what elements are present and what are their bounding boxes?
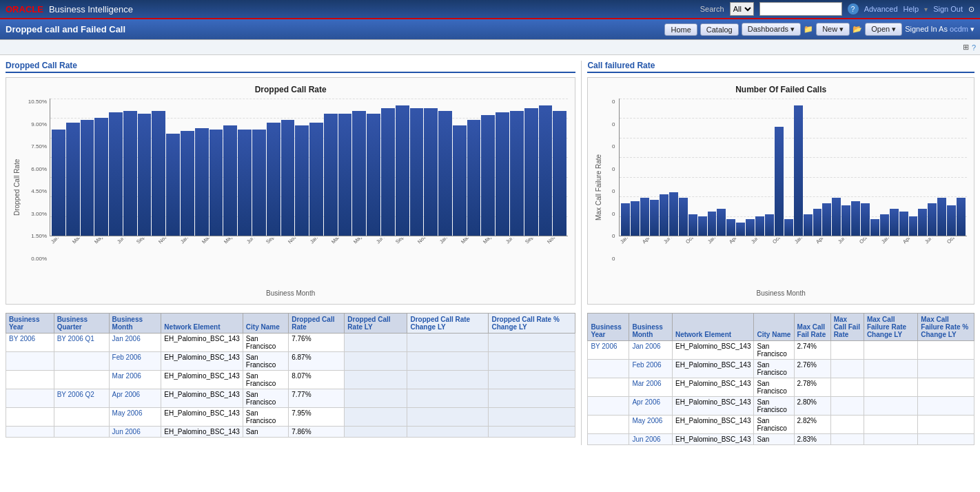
home-button[interactable]: Home bbox=[664, 23, 697, 36]
table-link[interactable]: BY 2006 bbox=[591, 342, 617, 350]
dropped-call-bar[interactable] bbox=[166, 134, 180, 236]
failed-call-bar[interactable] bbox=[726, 219, 735, 236]
help-link[interactable]: Help bbox=[904, 5, 919, 13]
dropped-call-bar[interactable] bbox=[309, 123, 323, 236]
dropped-call-bar[interactable] bbox=[524, 108, 538, 236]
failed-call-bar[interactable] bbox=[688, 214, 697, 236]
dropped-call-bar[interactable] bbox=[338, 114, 352, 236]
failed-call-bar[interactable] bbox=[650, 200, 659, 236]
failed-call-bar[interactable] bbox=[679, 198, 688, 236]
dropped-call-bar[interactable] bbox=[396, 105, 409, 236]
failed-call-bar[interactable] bbox=[909, 216, 918, 236]
table-link[interactable]: May 2006 bbox=[632, 417, 662, 424]
dropped-call-bar[interactable] bbox=[223, 125, 237, 236]
dropped-call-bar[interactable] bbox=[481, 115, 495, 236]
failed-call-bar[interactable] bbox=[880, 214, 889, 236]
dropped-call-bar[interactable] bbox=[152, 111, 165, 236]
failed-call-bar[interactable] bbox=[813, 209, 822, 236]
failed-call-bar[interactable] bbox=[640, 198, 649, 236]
dropped-call-bar[interactable] bbox=[281, 120, 295, 236]
failed-call-bar[interactable] bbox=[794, 105, 803, 236]
failed-call-bar[interactable] bbox=[765, 214, 774, 236]
table-link[interactable]: Jun 2006 bbox=[632, 435, 660, 443]
table-link[interactable]: Jan 2006 bbox=[632, 342, 660, 350]
failed-call-bar[interactable] bbox=[861, 203, 870, 236]
table-link[interactable]: Mar 2006 bbox=[632, 380, 661, 387]
failed-call-bar[interactable] bbox=[621, 203, 630, 236]
failed-call-bar[interactable] bbox=[899, 212, 908, 236]
dropped-call-bar[interactable] bbox=[52, 130, 65, 236]
failed-call-bar[interactable] bbox=[937, 198, 946, 236]
dropped-call-bar[interactable] bbox=[510, 111, 524, 236]
catalog-button[interactable]: Catalog bbox=[700, 23, 739, 36]
search-select[interactable]: All bbox=[730, 2, 754, 16]
signout-link[interactable]: Sign Out bbox=[933, 5, 963, 13]
failed-call-bar[interactable] bbox=[890, 209, 899, 236]
table-link[interactable]: Mar 2006 bbox=[112, 372, 141, 380]
dropped-call-bar[interactable] bbox=[94, 118, 108, 236]
dropped-call-bar[interactable] bbox=[496, 112, 509, 236]
dropped-call-bar[interactable] bbox=[109, 112, 123, 236]
dropped-call-bar[interactable] bbox=[210, 130, 223, 236]
grid-icon[interactable]: ⊞ bbox=[963, 43, 969, 52]
dropped-call-bar[interactable] bbox=[352, 111, 366, 236]
dropped-call-bar[interactable] bbox=[252, 130, 266, 236]
table-link[interactable]: Feb 2006 bbox=[112, 353, 141, 361]
failed-call-bar[interactable] bbox=[918, 209, 927, 236]
table-link[interactable]: May 2006 bbox=[112, 409, 143, 417]
dropped-call-bar[interactable] bbox=[324, 114, 338, 236]
dropped-call-bar[interactable] bbox=[138, 114, 152, 236]
failed-call-bar[interactable] bbox=[804, 214, 813, 236]
failed-call-bar[interactable] bbox=[947, 205, 956, 236]
failed-call-bar[interactable] bbox=[928, 203, 937, 236]
failed-call-bar[interactable] bbox=[717, 209, 726, 236]
dropped-call-bar[interactable] bbox=[410, 108, 424, 236]
table-link[interactable]: Apr 2006 bbox=[632, 398, 660, 406]
dropped-call-bar[interactable] bbox=[123, 111, 137, 236]
failed-call-bar[interactable] bbox=[736, 223, 745, 236]
username-link[interactable]: ocdm bbox=[950, 25, 968, 33]
dropped-call-bar[interactable] bbox=[267, 123, 280, 236]
table-link[interactable]: BY 2006 Q2 bbox=[57, 391, 94, 398]
dropped-call-bar[interactable] bbox=[238, 130, 252, 236]
failed-call-bar[interactable] bbox=[660, 194, 668, 236]
dropped-call-bar[interactable] bbox=[381, 108, 395, 236]
table-link[interactable]: BY 2006 Q1 bbox=[57, 335, 94, 342]
failed-call-bar[interactable] bbox=[669, 192, 678, 236]
failed-call-bar[interactable] bbox=[746, 219, 755, 236]
dropped-call-bar[interactable] bbox=[81, 120, 94, 236]
dropped-call-bar[interactable] bbox=[181, 131, 194, 236]
dropped-call-bar[interactable] bbox=[367, 114, 380, 236]
new-button[interactable]: New ▾ bbox=[816, 23, 850, 36]
failed-call-bar[interactable] bbox=[708, 212, 717, 236]
failed-call-bar[interactable] bbox=[870, 219, 879, 236]
dropped-call-bar[interactable] bbox=[467, 120, 481, 236]
table-link[interactable]: Apr 2006 bbox=[112, 391, 141, 398]
dropped-call-bar[interactable] bbox=[453, 125, 467, 236]
failed-call-bar[interactable] bbox=[698, 216, 707, 236]
dropped-call-bar[interactable] bbox=[438, 111, 452, 236]
failed-call-bar[interactable] bbox=[822, 203, 831, 236]
advanced-link[interactable]: Advanced bbox=[864, 5, 898, 13]
dropped-call-bar[interactable] bbox=[295, 125, 309, 236]
dashboards-button[interactable]: Dashboards ▾ bbox=[742, 23, 801, 36]
help-icon[interactable]: ? bbox=[848, 3, 859, 14]
table-link[interactable]: Jan 2006 bbox=[112, 335, 141, 342]
failed-call-bar[interactable] bbox=[631, 201, 640, 236]
failed-call-bar[interactable] bbox=[851, 201, 860, 236]
failed-call-bar[interactable] bbox=[832, 198, 841, 236]
dropped-call-bar[interactable] bbox=[66, 123, 80, 236]
failed-call-bar[interactable] bbox=[841, 205, 850, 236]
dropped-call-bar[interactable] bbox=[553, 111, 566, 236]
search-input[interactable] bbox=[759, 2, 842, 16]
open-button[interactable]: Open ▾ bbox=[865, 23, 902, 36]
question-icon[interactable]: ? bbox=[972, 43, 976, 52]
dropped-call-bar[interactable] bbox=[424, 108, 438, 236]
failed-call-bar[interactable] bbox=[957, 198, 966, 236]
failed-call-bar[interactable] bbox=[775, 127, 784, 236]
dropped-call-bar[interactable] bbox=[539, 105, 553, 236]
dropped-call-bar[interactable] bbox=[195, 128, 209, 236]
table-link[interactable]: BY 2006 bbox=[9, 335, 35, 342]
table-link[interactable]: Jun 2006 bbox=[112, 428, 141, 435]
table-link[interactable]: Feb 2006 bbox=[632, 361, 661, 369]
